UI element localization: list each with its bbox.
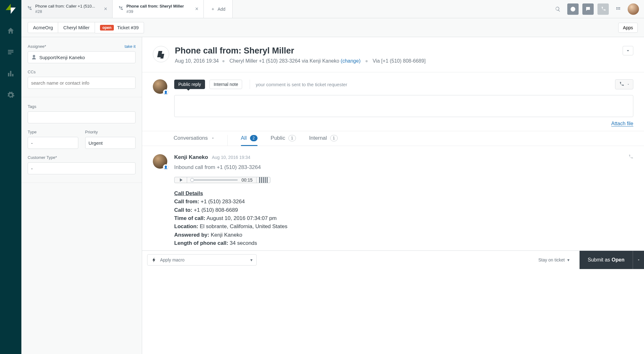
channel-icon xyxy=(153,46,169,62)
agent-avatar: 👤 xyxy=(153,79,167,94)
chat-x-icon xyxy=(585,6,591,12)
play-button[interactable] xyxy=(175,177,187,183)
tab-text: Phone call from: Sheryl Miller #39 xyxy=(126,4,192,14)
audio-track[interactable]: 00:15 xyxy=(187,177,256,183)
apps-panel-button[interactable]: Apps xyxy=(618,23,638,33)
entry-author: Kenji Kaneko xyxy=(174,154,208,160)
chevron-down-icon xyxy=(625,48,631,53)
chevron-down-icon: ▾ xyxy=(567,257,569,262)
user-avatar[interactable] xyxy=(628,3,639,15)
status-badge: open xyxy=(100,25,114,31)
recent-button[interactable] xyxy=(567,3,579,15)
count-badge: 1 xyxy=(330,135,338,141)
audio-player: 00:15 xyxy=(174,177,270,183)
tab-ticket-28[interactable]: Phone call from: Caller +1 (510... #28 × xyxy=(21,0,113,18)
change-requester-link[interactable]: (change) xyxy=(341,58,360,64)
submit-button[interactable]: Submit as Open xyxy=(580,251,644,269)
call-action-button[interactable] xyxy=(615,79,633,89)
person-icon: 👤 xyxy=(163,89,169,95)
filter-all[interactable]: All 2 xyxy=(241,135,258,146)
search-button[interactable] xyxy=(552,3,564,15)
customer-type-field[interactable]: - xyxy=(28,162,136,174)
assignee-field[interactable]: Support/Kenji Kaneko xyxy=(28,51,136,63)
call-details-title: Call Details xyxy=(174,189,618,198)
breadcrumb: AcmeOrg Cheryl Miller open Ticket #39 xyxy=(28,22,144,33)
entry-summary: Inbound call from +1 (510) 283-3264 xyxy=(174,164,618,171)
incoming-call-icon xyxy=(26,6,32,12)
assignee-label: Assignee* xyxy=(28,44,46,49)
ticket-subtitle: Aug 10, 2016 19:34● Cheryl Miller +1 (51… xyxy=(175,58,425,64)
ticket-footer: Apply macro ▾ Stay on ticket ▾ Submit as… xyxy=(142,250,644,269)
crumb-ticket[interactable]: open Ticket #39 xyxy=(95,22,144,33)
stay-on-ticket-button[interactable]: Stay on ticket ▾ xyxy=(538,257,574,262)
seek-handle[interactable] xyxy=(190,178,194,182)
nav-rail xyxy=(0,0,21,354)
clock-icon xyxy=(570,6,576,12)
comment-input[interactable] xyxy=(174,95,633,117)
caret-down-icon xyxy=(627,83,630,86)
person-icon: 👤 xyxy=(163,164,169,170)
ticket-sidebar: Assignee* take it Support/Kenji Kaneko C… xyxy=(21,37,142,354)
ccs-input[interactable] xyxy=(31,77,132,88)
top-tabbar: Phone call from: Caller +1 (510... #28 ×… xyxy=(21,0,644,18)
conversations-dropdown[interactable]: Conversations xyxy=(174,135,228,146)
chevron-down-icon xyxy=(637,258,641,262)
call-details: Call Details Call from: +1 (510) 283-326… xyxy=(174,189,618,247)
nav-views[interactable] xyxy=(4,46,17,59)
tab-text: Phone call from: Caller +1 (510... #28 xyxy=(35,4,101,14)
crumb-ticket-label: Ticket #39 xyxy=(117,25,139,30)
compose-hint: your comment is sent to the ticket reque… xyxy=(250,80,347,89)
count-badge: 2 xyxy=(250,135,258,141)
conversation-filters: Conversations All 2 Public 1 Internal 1 xyxy=(142,131,644,146)
type-field[interactable]: - xyxy=(28,137,78,149)
gear-icon xyxy=(7,91,15,99)
take-it-link[interactable]: take it xyxy=(125,44,136,49)
priority-label: Priority xyxy=(85,130,98,134)
add-tab-label: Add xyxy=(218,7,225,12)
crumb-org[interactable]: AcmeOrg xyxy=(28,22,58,33)
tab-ticket-39[interactable]: Phone call from: Sheryl Miller #39 × xyxy=(113,0,204,18)
nav-home[interactable] xyxy=(4,25,17,37)
breadcrumb-bar: AcmeOrg Cheryl Miller open Ticket #39 Ap… xyxy=(21,18,644,37)
submit-status-dropdown[interactable] xyxy=(633,251,644,269)
compose-area: 👤 Public reply Internal note your commen… xyxy=(142,72,644,131)
ticket-options-button[interactable] xyxy=(623,46,633,55)
filter-internal[interactable]: Internal 1 xyxy=(309,135,338,146)
chevron-down-icon xyxy=(211,136,215,140)
attach-file-link[interactable]: Attach file xyxy=(611,121,633,126)
channel-phone-icon xyxy=(625,154,633,161)
nav-admin[interactable] xyxy=(4,89,17,101)
audio-duration: 00:15 xyxy=(242,177,253,183)
add-tab[interactable]: ＋ Add xyxy=(204,0,233,18)
play-icon xyxy=(178,177,184,183)
close-icon[interactable]: × xyxy=(195,6,198,12)
phone-icon xyxy=(600,6,606,12)
assignee-value: Support/Kenji Kaneko xyxy=(39,55,85,60)
volume-button[interactable] xyxy=(256,177,270,183)
nav-reports[interactable] xyxy=(4,67,17,80)
author-avatar: 👤 xyxy=(153,154,167,169)
tags-field[interactable] xyxy=(28,111,136,123)
chat-button[interactable] xyxy=(582,3,594,15)
home-icon xyxy=(7,27,15,35)
type-label: Type xyxy=(28,130,36,134)
entry-timestamp: Aug 10, 2016 19:34 xyxy=(212,155,250,160)
top-actions xyxy=(552,0,644,18)
tags-label: Tags xyxy=(28,104,36,109)
count-badge: 1 xyxy=(288,135,296,141)
bar-chart-icon xyxy=(7,70,15,78)
filter-public[interactable]: Public 1 xyxy=(271,135,296,146)
customer-type-label: Customer Type* xyxy=(28,155,57,160)
public-reply-tab[interactable]: Public reply xyxy=(174,80,205,89)
ticket-header: Phone call from: Sheryl Miller Aug 10, 2… xyxy=(142,37,644,72)
internal-note-tab[interactable]: Internal note xyxy=(209,80,242,89)
apply-macro-button[interactable]: Apply macro ▾ xyxy=(147,254,257,266)
incoming-call-icon xyxy=(118,6,123,12)
conversation-thread: 👤 Kenji Kaneko Aug 10, 2016 19:34 Inboun… xyxy=(142,146,644,250)
priority-field[interactable]: Urgent xyxy=(85,137,136,149)
crumb-customer[interactable]: Cheryl Miller xyxy=(58,22,95,33)
lightning-icon xyxy=(151,257,157,263)
ccs-field[interactable] xyxy=(28,77,136,89)
apps-grid-button[interactable] xyxy=(613,3,624,15)
close-icon[interactable]: × xyxy=(104,6,107,12)
